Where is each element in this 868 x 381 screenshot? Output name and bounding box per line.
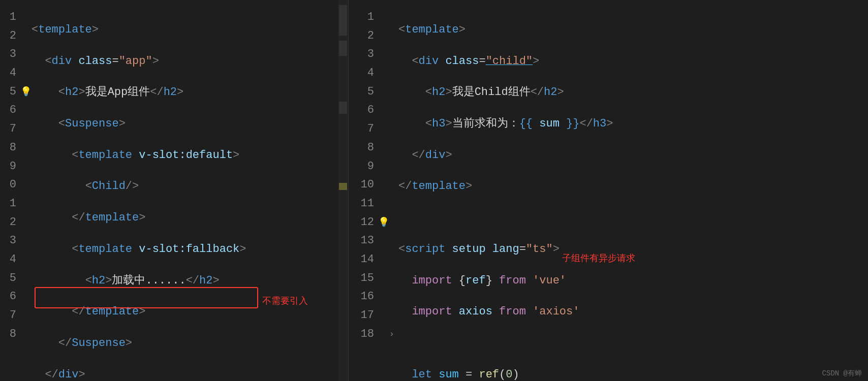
- code-area-left[interactable]: 1 2 3 4 5 6 7 8 9 0 1 2 3 4 5 6 7 8: [0, 0, 348, 381]
- line-number: 7: [0, 120, 16, 139]
- chevron-right-icon[interactable]: ›: [389, 325, 398, 344]
- line-number: 12: [349, 213, 374, 232]
- line-number: 2: [349, 27, 374, 46]
- line-number: 1: [349, 8, 374, 27]
- line-number: 5: [349, 83, 374, 102]
- watermark: CSDN @有蝉: [822, 369, 862, 378]
- line-number: 3: [0, 45, 16, 64]
- line-number: 7: [0, 306, 16, 325]
- line-number: 15: [349, 269, 374, 288]
- line-number: 2: [0, 27, 16, 46]
- fold-column[interactable]: ›: [389, 0, 398, 381]
- line-number: 2: [0, 213, 16, 232]
- line-number: 8: [349, 139, 374, 157]
- line-number: 6: [0, 288, 16, 306]
- line-number: 7: [349, 120, 374, 139]
- lightbulb-icon[interactable]: 💡: [378, 213, 389, 232]
- annotation-label: 子组件有异步请求: [562, 252, 635, 264]
- line-gutter: 1 2 3 4 5 6 7 8 9 0 1 2 3 4 5 6 7 8: [0, 0, 20, 381]
- code-area-right[interactable]: 1 2 3 4 5 6 7 8 9 10 11 12 13 14 15 16 1…: [349, 0, 868, 381]
- line-number: 1: [0, 8, 16, 27]
- editor-pane-left[interactable]: App.vue > {} template > div.app > Suspen…: [0, 0, 348, 381]
- line-number: 18: [349, 325, 374, 344]
- line-number: 4: [0, 64, 16, 83]
- line-number: 10: [349, 176, 374, 195]
- line-gutter: 1 2 3 4 5 6 7 8 9 10 11 12 13 14 15 16 1…: [349, 0, 378, 381]
- line-number: 6: [349, 101, 374, 120]
- editor-split: App.vue > {} template > div.app > Suspen…: [0, 0, 868, 381]
- line-number: 9: [0, 157, 16, 176]
- code-content-left[interactable]: <template> <div class="app"> <h2>我是App组件…: [32, 0, 338, 381]
- lightbulb-icon[interactable]: 💡: [20, 83, 32, 102]
- line-number: 9: [349, 157, 374, 176]
- line-number: 5: [0, 269, 16, 288]
- line-number: 14: [349, 250, 374, 269]
- line-number: 1: [0, 195, 16, 213]
- line-number: 0: [0, 176, 16, 195]
- editor-pane-right[interactable]: src > Child.vue > {} script setup > cont…: [348, 0, 868, 381]
- line-number: 13: [349, 232, 374, 250]
- line-number: 4: [349, 64, 374, 83]
- line-number: 4: [0, 250, 16, 269]
- annotation-label: 不需要引入: [262, 295, 308, 307]
- glyph-margin: 💡: [20, 0, 32, 381]
- line-number: 8: [0, 325, 16, 344]
- line-number: 11: [349, 195, 374, 213]
- glyph-margin: 💡: [378, 0, 389, 381]
- line-number: 16: [349, 288, 374, 306]
- code-content-right[interactable]: <template> <div class="child"> <h2>我是Chi…: [398, 0, 868, 381]
- line-number: 6: [0, 101, 16, 120]
- line-number: 17: [349, 306, 374, 325]
- line-number: 3: [349, 45, 374, 64]
- line-number: 8: [0, 139, 16, 157]
- minimap[interactable]: [338, 0, 348, 381]
- line-number: 3: [0, 232, 16, 250]
- line-number: 5: [0, 83, 16, 102]
